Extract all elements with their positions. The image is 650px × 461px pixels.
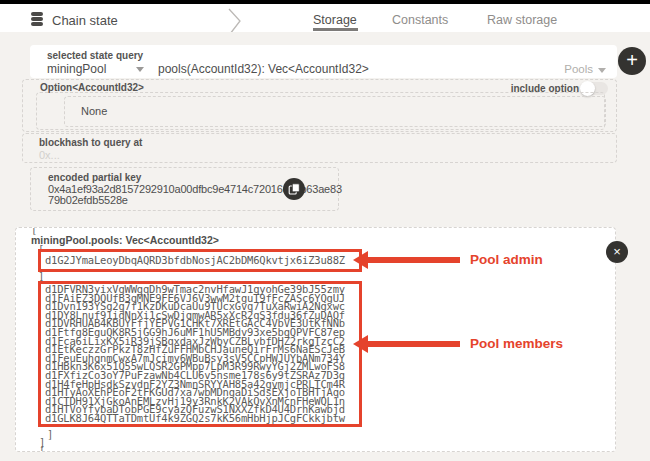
chevron-down-icon[interactable] bbox=[136, 67, 144, 72]
selected-state-query-label: selected state query bbox=[47, 50, 143, 61]
pool-members-annotation: Pool members bbox=[470, 336, 563, 351]
active-tab-underline bbox=[313, 28, 358, 31]
copy-button[interactable] bbox=[283, 178, 305, 200]
close-result-button[interactable]: × bbox=[606, 241, 628, 263]
query-params-section: Option<AccountId32> include option None bbox=[22, 79, 617, 132]
encoded-key-value-line2: 79b02efdb5528e bbox=[48, 194, 128, 206]
option-value: None bbox=[81, 105, 107, 117]
option-value-select[interactable]: None bbox=[64, 96, 606, 127]
selected-state-query-card: selected state query miningPool pools(Ac… bbox=[30, 45, 617, 78]
page-title: Chain state bbox=[52, 13, 118, 28]
encoded-partial-key-section: encoded partial key 0x4a1ef93a2d81572929… bbox=[30, 167, 339, 211]
main-content: selected state query miningPool pools(Ac… bbox=[0, 32, 650, 461]
pool-member-addresses: d1DFVRN3yixVgWWgqDh9wTmac2nvHfawJ1qyohGe… bbox=[41, 284, 359, 423]
blockhash-section: blockhash to query at 0x... bbox=[22, 133, 617, 163]
tab-storage[interactable]: Storage bbox=[313, 13, 357, 27]
add-query-button[interactable]: + bbox=[618, 47, 646, 75]
chain-state-screen: Chain state Storage Constants Raw storag… bbox=[0, 0, 650, 461]
encoded-key-label: encoded partial key bbox=[48, 172, 141, 183]
pallet-select[interactable]: miningPool bbox=[47, 62, 106, 76]
pool-admin-annotation: Pool admin bbox=[470, 252, 543, 267]
result-bracket: ] bbox=[47, 429, 53, 439]
tab-constants[interactable]: Constants bbox=[392, 13, 448, 27]
copy-icon bbox=[288, 183, 300, 195]
blockhash-label: blockhash to query at bbox=[39, 137, 142, 148]
group-select[interactable]: Pools bbox=[564, 63, 593, 75]
pool-admin-highlight-box: d1G2JYmaLeoyDbqAQRD3bfdbNosjAC2bDM6Qkvtj… bbox=[38, 249, 362, 272]
pool-members-arrow-shaft bbox=[366, 341, 460, 347]
pool-admin-address: d1G2JYmaLeoyDbqAQRD3bfdbNosjAC2bDM6Qkvtj… bbox=[41, 252, 359, 265]
breadcrumb-chevron-icon bbox=[226, 7, 244, 35]
result-row-label: miningPool.pools: Vec<AccountId32> bbox=[31, 234, 219, 246]
result-bracket: [ bbox=[39, 445, 45, 452]
storage-method-select[interactable]: pools(AccountId32): Vec<AccountId32> bbox=[158, 62, 369, 76]
page-header: Chain state Storage Constants Raw storag… bbox=[0, 4, 650, 32]
database-icon bbox=[31, 12, 43, 27]
pool-admin-arrow-shaft bbox=[366, 257, 460, 263]
blockhash-input[interactable]: 0x... bbox=[39, 149, 60, 161]
chevron-down-icon[interactable] bbox=[598, 68, 606, 73]
param-group: None bbox=[36, 92, 605, 130]
result-comma: , bbox=[47, 451, 53, 452]
result-bracket: [ bbox=[31, 227, 37, 234]
tab-raw-storage[interactable]: Raw storage bbox=[487, 13, 557, 27]
pool-members-highlight-box: d1DFVRN3yixVgWWgqDh9wTmac2nvHfawJ1qyohGe… bbox=[38, 281, 362, 427]
